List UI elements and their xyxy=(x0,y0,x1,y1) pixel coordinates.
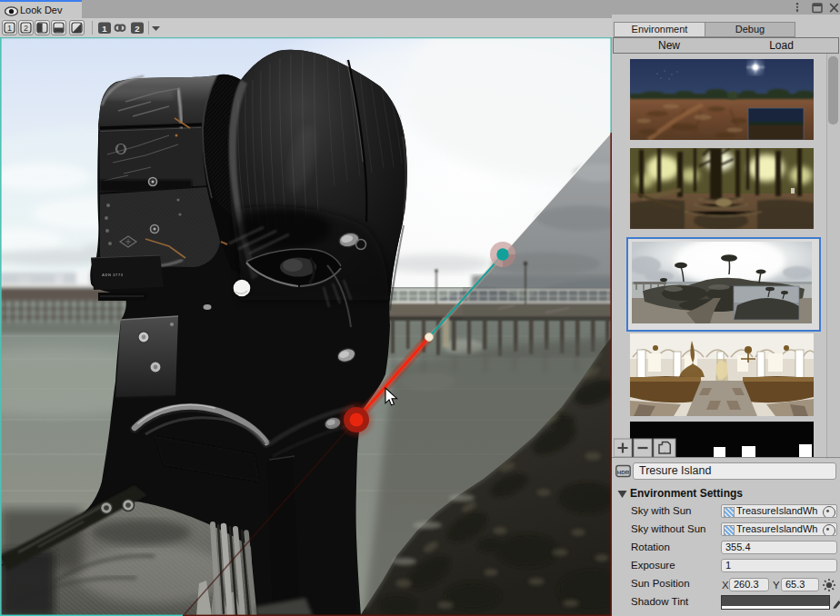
svg-text:1: 1 xyxy=(7,24,12,33)
svg-text:2: 2 xyxy=(135,24,139,34)
svg-text:ADN 2773: ADN 2773 xyxy=(102,273,124,277)
svg-text:2: 2 xyxy=(24,24,28,33)
svg-text:HDR: HDR xyxy=(617,469,630,475)
svg-text:1: 1 xyxy=(102,24,107,34)
